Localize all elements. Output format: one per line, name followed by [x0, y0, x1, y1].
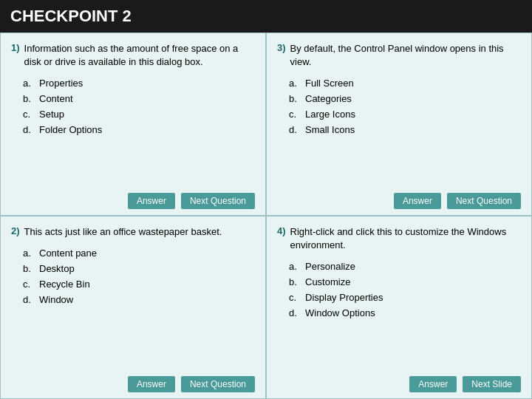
question-2: 2) This acts just like an office wastepa… [0, 216, 266, 399]
q1-opt-c-text: Setup [39, 107, 64, 123]
q2-bottom-bar: Answer Next Question [11, 370, 255, 392]
q1-bottom-bar: Answer Next Question [11, 187, 255, 209]
list-item: d. Folder Options [23, 123, 255, 138]
q2-answer-button[interactable]: Answer [128, 376, 175, 392]
list-item: c. Setup [23, 107, 255, 123]
list-item: b. Categories [289, 92, 521, 107]
q1-number: 1) [11, 42, 20, 53]
q1-next-button[interactable]: Next Question [181, 193, 255, 209]
q4-opt-d-letter: d. [289, 306, 301, 321]
q2-opt-a-letter: a. [23, 246, 35, 262]
list-item: a. Personalize [289, 259, 521, 275]
q3-bottom-bar: Answer Next Question [277, 187, 521, 209]
q3-text: By default, the Control Panel window ope… [290, 42, 521, 69]
list-item: b. Customize [289, 275, 521, 290]
q3-opt-a-letter: a. [289, 76, 301, 92]
list-item: b. Content [23, 92, 255, 107]
q3-answer-button[interactable]: Answer [394, 193, 441, 209]
q3-opt-c-text: Large Icons [305, 107, 355, 123]
list-item: a. Content pane [23, 246, 255, 262]
q2-number: 2) [11, 225, 20, 236]
q4-opt-a-letter: a. [289, 259, 301, 275]
q1-answer-button[interactable]: Answer [128, 193, 175, 209]
q4-opt-a-text: Personalize [305, 259, 355, 275]
q4-header: 4) Right-click and click this to customi… [277, 225, 521, 252]
q1-options: a. Properties b. Content c. Setup d. Fol… [23, 76, 255, 137]
q2-next-button[interactable]: Next Question [181, 376, 255, 392]
q2-opt-c-letter: c. [23, 277, 35, 293]
q3-opt-a-text: Full Screen [305, 76, 354, 92]
q2-text: This acts just like an office wastepaper… [24, 225, 222, 239]
q3-header: 3) By default, the Control Panel window … [277, 42, 521, 69]
main-grid: 1) Information such as the amount of fre… [0, 33, 532, 399]
list-item: a. Properties [23, 76, 255, 92]
question-4: 4) Right-click and click this to customi… [266, 216, 532, 399]
question-3: 3) By default, the Control Panel window … [266, 33, 532, 216]
q2-opt-a-text: Content pane [39, 246, 97, 262]
q2-header: 2) This acts just like an office wastepa… [11, 225, 255, 239]
q4-opt-d-text: Window Options [305, 306, 375, 321]
q2-opt-b-letter: b. [23, 262, 35, 277]
q2-opt-d-letter: d. [23, 293, 35, 308]
q1-opt-d-text: Folder Options [39, 123, 102, 138]
list-item: d. Window Options [289, 306, 521, 321]
q1-opt-a-text: Properties [39, 76, 83, 92]
q4-options: a. Personalize b. Customize c. Display P… [289, 259, 521, 321]
q4-opt-c-letter: c. [289, 290, 301, 306]
list-item: c. Recycle Bin [23, 277, 255, 293]
q1-text: Information such as the amount of free s… [24, 42, 255, 69]
q1-opt-b-letter: b. [23, 92, 35, 107]
question-1: 1) Information such as the amount of fre… [0, 33, 266, 216]
header-title: CHECKPOINT 2 [10, 7, 132, 26]
list-item: b. Desktop [23, 262, 255, 277]
q1-opt-a-letter: a. [23, 76, 35, 92]
q3-options: a. Full Screen b. Categories c. Large Ic… [289, 76, 521, 137]
q3-opt-b-text: Categories [305, 92, 352, 107]
q4-opt-c-text: Display Properties [305, 290, 383, 306]
q1-header: 1) Information such as the amount of fre… [11, 42, 255, 69]
q3-opt-d-letter: d. [289, 123, 301, 138]
q1-opt-c-letter: c. [23, 107, 35, 123]
header: CHECKPOINT 2 [0, 0, 532, 33]
list-item: c. Display Properties [289, 290, 521, 306]
q3-opt-b-letter: b. [289, 92, 301, 107]
q4-bottom-bar: Answer Next Slide [277, 370, 521, 392]
q3-opt-d-text: Small Icons [305, 123, 355, 138]
q2-options: a. Content pane b. Desktop c. Recycle Bi… [23, 246, 255, 307]
q4-number: 4) [277, 225, 286, 236]
q3-number: 3) [277, 42, 286, 53]
list-item: a. Full Screen [289, 76, 521, 92]
list-item: d. Small Icons [289, 123, 521, 138]
q4-opt-b-text: Customize [305, 275, 350, 290]
q1-opt-b-text: Content [39, 92, 73, 107]
list-item: c. Large Icons [289, 107, 521, 123]
q4-opt-b-letter: b. [289, 275, 301, 290]
q2-opt-c-text: Recycle Bin [39, 277, 90, 293]
q3-opt-c-letter: c. [289, 107, 301, 123]
q4-next-button[interactable]: Next Slide [463, 376, 521, 392]
q2-opt-d-text: Window [39, 293, 73, 308]
q4-answer-button[interactable]: Answer [409, 376, 457, 392]
q1-opt-d-letter: d. [23, 123, 35, 138]
q2-opt-b-text: Desktop [39, 262, 75, 277]
list-item: d. Window [23, 293, 255, 308]
q3-next-button[interactable]: Next Question [447, 193, 521, 209]
q4-text: Right-click and click this to customize … [290, 225, 521, 252]
